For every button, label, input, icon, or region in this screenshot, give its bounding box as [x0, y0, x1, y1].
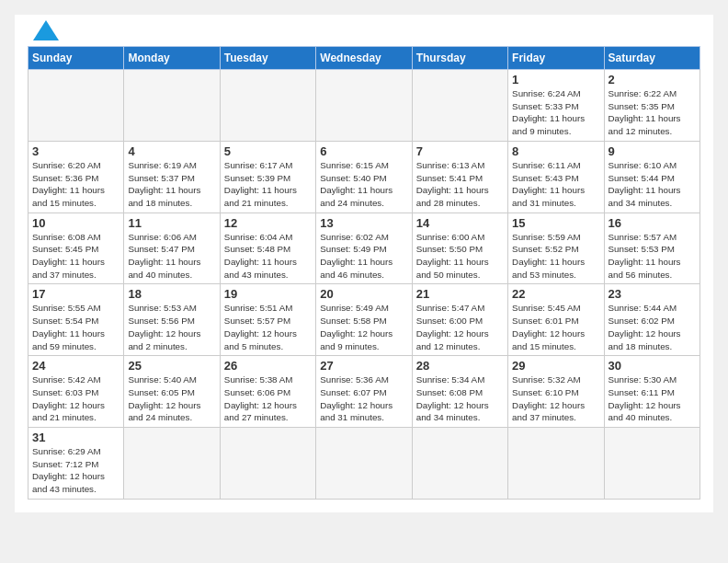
day-number: 7 [416, 144, 504, 158]
day-info: Sunrise: 5:59 AM Sunset: 5:52 PM Dayligh… [512, 231, 599, 282]
logo-inner [28, 24, 59, 40]
day-number: 6 [320, 144, 407, 158]
calendar-week-row: 3Sunrise: 6:20 AM Sunset: 5:36 PM Daylig… [28, 141, 700, 213]
day-number: 26 [224, 359, 312, 373]
day-info: Sunrise: 5:47 AM Sunset: 6:00 PM Dayligh… [416, 302, 504, 352]
day-number: 31 [32, 431, 119, 444]
calendar-cell: 5Sunrise: 6:17 AM Sunset: 5:39 PM Daylig… [220, 141, 315, 213]
header [28, 24, 700, 40]
calendar-cell: 29Sunrise: 5:32 AM Sunset: 6:10 PM Dayli… [508, 356, 604, 428]
day-info: Sunrise: 5:36 AM Sunset: 6:07 PM Dayligh… [320, 373, 407, 424]
weekday-header-saturday: Saturday [604, 47, 700, 70]
day-info: Sunrise: 5:44 AM Sunset: 6:02 PM Dayligh… [609, 302, 696, 352]
day-info: Sunrise: 6:29 AM Sunset: 7:12 PM Dayligh… [32, 445, 119, 496]
calendar-cell: 6Sunrise: 6:15 AM Sunset: 5:40 PM Daylig… [316, 141, 412, 213]
calendar-cell: 15Sunrise: 5:59 AM Sunset: 5:52 PM Dayli… [508, 213, 604, 284]
day-info: Sunrise: 5:40 AM Sunset: 6:05 PM Dayligh… [128, 373, 215, 424]
day-number: 11 [128, 216, 215, 230]
calendar-body: 1Sunrise: 6:24 AM Sunset: 5:33 PM Daylig… [28, 70, 700, 500]
day-info: Sunrise: 5:42 AM Sunset: 6:03 PM Dayligh… [32, 373, 119, 424]
calendar-cell: 12Sunrise: 6:04 AM Sunset: 5:48 PM Dayli… [220, 213, 315, 284]
day-info: Sunrise: 5:45 AM Sunset: 6:01 PM Dayligh… [512, 302, 599, 352]
calendar-week-row: 24Sunrise: 5:42 AM Sunset: 6:03 PM Dayli… [28, 356, 700, 428]
day-info: Sunrise: 6:19 AM Sunset: 5:37 PM Dayligh… [128, 159, 215, 210]
logo [28, 24, 59, 40]
calendar-cell [316, 428, 412, 500]
day-info: Sunrise: 6:10 AM Sunset: 5:44 PM Dayligh… [609, 159, 696, 210]
day-number: 2 [609, 73, 696, 86]
calendar-cell: 2Sunrise: 6:22 AM Sunset: 5:35 PM Daylig… [604, 70, 700, 142]
calendar-cell: 18Sunrise: 5:53 AM Sunset: 5:56 PM Dayli… [124, 284, 220, 356]
day-info: Sunrise: 6:22 AM Sunset: 5:35 PM Dayligh… [609, 87, 696, 138]
day-info: Sunrise: 6:11 AM Sunset: 5:43 PM Dayligh… [512, 159, 599, 210]
day-number: 30 [609, 359, 696, 373]
calendar-header: SundayMondayTuesdayWednesdayThursdayFrid… [28, 47, 700, 70]
calendar-cell [604, 428, 700, 500]
calendar-cell [124, 428, 220, 500]
calendar-cell: 24Sunrise: 5:42 AM Sunset: 6:03 PM Dayli… [28, 356, 124, 428]
weekday-row: SundayMondayTuesdayWednesdayThursdayFrid… [28, 47, 700, 70]
calendar-table: SundayMondayTuesdayWednesdayThursdayFrid… [28, 46, 700, 500]
calendar-cell: 4Sunrise: 6:19 AM Sunset: 5:37 PM Daylig… [124, 141, 220, 213]
calendar-cell: 11Sunrise: 6:06 AM Sunset: 5:47 PM Dayli… [124, 213, 220, 284]
day-number: 15 [512, 216, 599, 230]
calendar-cell: 30Sunrise: 5:30 AM Sunset: 6:11 PM Dayli… [604, 356, 700, 428]
day-number: 5 [224, 144, 312, 158]
day-info: Sunrise: 5:30 AM Sunset: 6:11 PM Dayligh… [609, 373, 696, 424]
calendar-container: SundayMondayTuesdayWednesdayThursdayFrid… [15, 15, 713, 512]
calendar-cell: 23Sunrise: 5:44 AM Sunset: 6:02 PM Dayli… [604, 284, 700, 356]
calendar-cell [316, 70, 412, 142]
calendar-cell: 3Sunrise: 6:20 AM Sunset: 5:36 PM Daylig… [28, 141, 124, 213]
weekday-header-friday: Friday [508, 47, 604, 70]
weekday-header-tuesday: Tuesday [220, 47, 315, 70]
day-number: 17 [32, 287, 119, 301]
calendar-cell: 20Sunrise: 5:49 AM Sunset: 5:58 PM Dayli… [316, 284, 412, 356]
day-number: 14 [416, 216, 504, 230]
calendar-cell: 27Sunrise: 5:36 AM Sunset: 6:07 PM Dayli… [316, 356, 412, 428]
day-info: Sunrise: 5:49 AM Sunset: 5:58 PM Dayligh… [320, 302, 407, 352]
day-info: Sunrise: 6:13 AM Sunset: 5:41 PM Dayligh… [416, 159, 504, 210]
day-number: 1 [512, 73, 599, 86]
calendar-cell [508, 428, 604, 500]
calendar-cell [220, 70, 315, 142]
day-number: 27 [320, 359, 407, 373]
weekday-header-thursday: Thursday [412, 47, 507, 70]
day-number: 8 [512, 144, 599, 158]
day-number: 20 [320, 287, 407, 301]
calendar-cell: 7Sunrise: 6:13 AM Sunset: 5:41 PM Daylig… [412, 141, 507, 213]
calendar-cell: 9Sunrise: 6:10 AM Sunset: 5:44 PM Daylig… [604, 141, 700, 213]
calendar-cell: 8Sunrise: 6:11 AM Sunset: 5:43 PM Daylig… [508, 141, 604, 213]
day-number: 25 [128, 359, 215, 373]
calendar-cell: 10Sunrise: 6:08 AM Sunset: 5:45 PM Dayli… [28, 213, 124, 284]
day-info: Sunrise: 6:02 AM Sunset: 5:49 PM Dayligh… [320, 231, 407, 282]
day-number: 9 [609, 144, 696, 158]
day-number: 4 [128, 144, 215, 158]
calendar-week-row: 31Sunrise: 6:29 AM Sunset: 7:12 PM Dayli… [28, 428, 700, 500]
calendar-cell: 19Sunrise: 5:51 AM Sunset: 5:57 PM Dayli… [220, 284, 315, 356]
day-info: Sunrise: 5:51 AM Sunset: 5:57 PM Dayligh… [224, 302, 312, 352]
calendar-cell: 13Sunrise: 6:02 AM Sunset: 5:49 PM Dayli… [316, 213, 412, 284]
day-number: 23 [609, 287, 696, 301]
day-info: Sunrise: 5:32 AM Sunset: 6:10 PM Dayligh… [512, 373, 599, 424]
calendar-cell: 25Sunrise: 5:40 AM Sunset: 6:05 PM Dayli… [124, 356, 220, 428]
day-number: 28 [416, 359, 504, 373]
calendar-cell: 14Sunrise: 6:00 AM Sunset: 5:50 PM Dayli… [412, 213, 507, 284]
day-number: 21 [416, 287, 504, 301]
day-info: Sunrise: 5:34 AM Sunset: 6:08 PM Dayligh… [416, 373, 504, 424]
calendar-cell: 31Sunrise: 6:29 AM Sunset: 7:12 PM Dayli… [28, 428, 124, 500]
weekday-header-wednesday: Wednesday [316, 47, 412, 70]
day-info: Sunrise: 6:06 AM Sunset: 5:47 PM Dayligh… [128, 231, 215, 282]
calendar-cell [412, 70, 507, 142]
day-info: Sunrise: 6:17 AM Sunset: 5:39 PM Dayligh… [224, 159, 312, 210]
day-info: Sunrise: 6:20 AM Sunset: 5:36 PM Dayligh… [32, 159, 119, 210]
logo-triangle-icon [33, 20, 59, 40]
day-info: Sunrise: 6:24 AM Sunset: 5:33 PM Dayligh… [512, 87, 599, 138]
day-info: Sunrise: 6:08 AM Sunset: 5:45 PM Dayligh… [32, 231, 119, 282]
day-info: Sunrise: 5:55 AM Sunset: 5:54 PM Dayligh… [32, 302, 119, 352]
calendar-cell: 1Sunrise: 6:24 AM Sunset: 5:33 PM Daylig… [508, 70, 604, 142]
day-info: Sunrise: 6:04 AM Sunset: 5:48 PM Dayligh… [224, 231, 312, 282]
day-info: Sunrise: 5:53 AM Sunset: 5:56 PM Dayligh… [128, 302, 215, 352]
day-number: 19 [224, 287, 312, 301]
day-number: 10 [32, 216, 119, 230]
calendar-cell [124, 70, 220, 142]
